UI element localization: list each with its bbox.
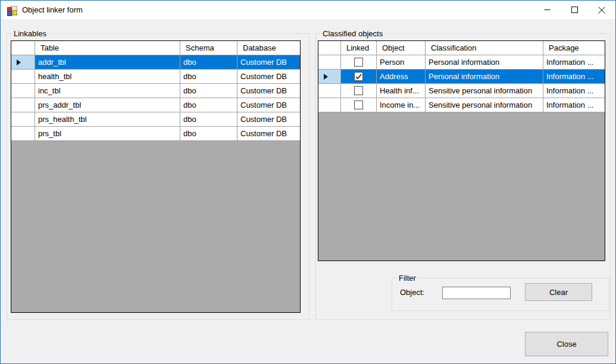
maximize-button[interactable] <box>561 1 588 19</box>
cell-object[interactable]: Income in... <box>377 98 426 112</box>
minimize-button[interactable] <box>533 1 561 19</box>
table-row[interactable]: addr_tbldboCustomer DB <box>11 55 300 70</box>
cell-schema[interactable]: dbo <box>180 70 237 84</box>
row-header-cell[interactable] <box>318 55 341 70</box>
linkables-header-row: Table Schema Database <box>11 41 300 55</box>
classified-objects-grid[interactable]: Linked Object Classification Package Per… <box>318 40 605 261</box>
linkables-grid-body: addr_tbldboCustomer DBhealth_tbldboCusto… <box>11 55 300 141</box>
cell-schema[interactable]: dbo <box>180 84 237 98</box>
linked-checkbox[interactable] <box>354 58 363 67</box>
cell-table[interactable]: inc_tbl <box>35 84 180 98</box>
titlebar[interactable]: Object linker form <box>1 1 615 19</box>
row-header-cell[interactable] <box>11 112 35 127</box>
cell-table[interactable]: addr_tbl <box>35 55 180 70</box>
row-header-cell[interactable] <box>11 98 35 112</box>
table-row[interactable]: prs_health_tbldboCustomer DB <box>11 112 300 127</box>
cell-database[interactable]: Customer DB <box>237 98 300 112</box>
classified-header-corner[interactable] <box>318 41 341 55</box>
column-header-classification[interactable]: Classification <box>426 41 543 55</box>
cell-package[interactable]: Information ... <box>543 55 605 70</box>
cell-linked[interactable] <box>341 84 377 98</box>
cell-table[interactable]: prs_addr_tbl <box>35 98 180 112</box>
caption-buttons <box>533 1 615 19</box>
column-header-linked[interactable]: Linked <box>341 41 377 55</box>
table-row[interactable]: prs_tbldboCustomer DB <box>11 127 300 141</box>
cell-object[interactable]: Address <box>377 70 426 84</box>
column-header-table[interactable]: Table <box>35 41 180 55</box>
cell-linked[interactable] <box>341 55 377 70</box>
cell-classification[interactable]: Sensitive personal information <box>426 84 543 98</box>
column-header-package[interactable]: Package <box>543 41 605 55</box>
column-header-object[interactable]: Object <box>377 41 426 55</box>
cell-table[interactable]: health_tbl <box>35 70 180 84</box>
linked-checkbox[interactable] <box>354 101 363 109</box>
row-header-cell[interactable] <box>318 98 341 112</box>
cell-classification[interactable]: Personal information <box>426 55 543 70</box>
current-row-arrow-icon <box>324 74 328 80</box>
linked-checkbox[interactable] <box>354 86 363 95</box>
cell-object[interactable]: Person <box>377 55 426 70</box>
table-row[interactable]: Income in...Sensitive personal informati… <box>318 98 605 112</box>
row-header-cell[interactable] <box>318 70 341 84</box>
cell-linked[interactable] <box>341 70 377 84</box>
minimize-icon <box>544 7 551 13</box>
window-title: Object linker form <box>22 5 83 14</box>
row-header-cell[interactable] <box>11 127 35 141</box>
cell-schema[interactable]: dbo <box>180 112 237 127</box>
cell-package[interactable]: Information ... <box>543 84 605 98</box>
cell-database[interactable]: Customer DB <box>237 84 300 98</box>
cell-package[interactable]: Information ... <box>543 70 605 84</box>
table-row[interactable]: inc_tbldboCustomer DB <box>11 84 300 98</box>
cell-classification[interactable]: Sensitive personal information <box>426 98 543 112</box>
check-icon <box>355 74 362 80</box>
app-icon <box>7 5 17 15</box>
cell-linked[interactable] <box>341 98 377 112</box>
filter-object-input[interactable] <box>442 287 511 299</box>
classified-objects-group-label: Classified objects <box>321 29 384 38</box>
current-row-arrow-icon <box>17 59 21 65</box>
classified-header-row: Linked Object Classification Package <box>318 41 605 55</box>
cell-classification[interactable]: Personal information <box>426 70 543 84</box>
row-header-cell[interactable] <box>11 55 35 70</box>
cell-table[interactable]: prs_health_tbl <box>35 112 180 127</box>
cell-schema[interactable]: dbo <box>180 98 237 112</box>
row-header-cell[interactable] <box>11 84 35 98</box>
app-icon-yellow-square <box>12 10 17 15</box>
cell-schema[interactable]: dbo <box>180 127 237 141</box>
linked-checkbox[interactable] <box>354 72 363 81</box>
cell-database[interactable]: Customer DB <box>237 55 300 70</box>
table-row[interactable]: Health inf...Sensitive personal informat… <box>318 84 605 98</box>
table-row[interactable]: health_tbldboCustomer DB <box>11 70 300 84</box>
column-header-database[interactable]: Database <box>237 41 300 55</box>
classified-grid-body: PersonPersonal informationInformation ..… <box>318 55 605 112</box>
cell-database[interactable]: Customer DB <box>237 127 300 141</box>
linkables-header-corner[interactable] <box>11 41 35 55</box>
clear-button[interactable]: Clear <box>525 283 592 301</box>
maximize-icon <box>571 7 578 13</box>
table-row[interactable]: PersonPersonal informationInformation ..… <box>318 55 605 70</box>
row-header-cell[interactable] <box>318 84 341 98</box>
cell-database[interactable]: Customer DB <box>237 112 300 127</box>
cell-object[interactable]: Health inf... <box>377 84 426 98</box>
filter-group-label: Filter <box>397 274 418 283</box>
cell-package[interactable]: Information ... <box>543 98 605 112</box>
table-row[interactable]: AddressPersonal informationInformation .… <box>318 70 605 84</box>
filter-object-label: Object: <box>400 288 424 297</box>
cell-schema[interactable]: dbo <box>180 55 237 70</box>
column-header-schema[interactable]: Schema <box>180 41 237 55</box>
close-icon <box>598 7 605 14</box>
row-header-cell[interactable] <box>11 70 35 84</box>
cell-database[interactable]: Customer DB <box>237 70 300 84</box>
close-button[interactable]: Close <box>525 332 608 356</box>
linkables-grid[interactable]: Table Schema Database addr_tbldboCustome… <box>11 40 301 313</box>
close-window-button[interactable] <box>588 1 615 19</box>
object-linker-window: Object linker form Linkables Table Schem… <box>0 0 616 364</box>
app-icon-blue-square <box>7 11 12 16</box>
table-row[interactable]: prs_addr_tbldboCustomer DB <box>11 98 300 112</box>
cell-table[interactable]: prs_tbl <box>35 127 180 141</box>
linkables-group-label: Linkables <box>12 29 48 38</box>
